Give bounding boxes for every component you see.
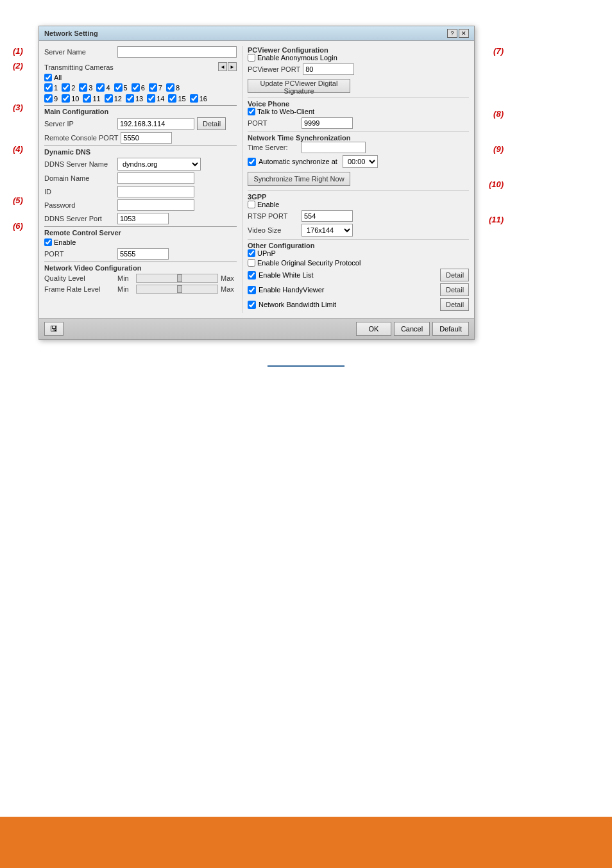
all-checkbox[interactable] [44,74,52,81]
cam9-cb[interactable] [44,94,53,103]
annotation-5: (5) [13,196,23,205]
time-server-row: Time Server: [248,142,469,153]
anonymous-login-checkbox[interactable] [248,54,255,62]
transmitting-header: Transmitting Cameras ◄ ► [44,60,237,74]
remote-console-input[interactable] [121,132,172,144]
ddns-port-input[interactable] [117,213,169,224]
password-input[interactable] [117,199,194,211]
pcviewer-config-label: PCViewer Configuration [248,46,328,54]
cam3-cb[interactable] [79,83,87,92]
update-signature-btn[interactable]: Update PCViewer Digital Signature [248,79,350,93]
auto-sync-row: Automatic synchronize at 00:00 [248,155,469,168]
main-config-detail-btn[interactable]: Detail [197,117,226,130]
ddns-server-select[interactable]: dyndns.org [117,158,201,171]
quality-max-label: Max [221,274,237,282]
id-input[interactable] [117,186,194,197]
server-name-input[interactable] [117,46,237,58]
upnp-checkbox[interactable] [248,249,255,257]
rcs-enable-checkbox[interactable] [44,238,52,246]
camera-14: 14 [147,94,164,103]
white-list-label: Enable White List [259,271,438,279]
voice-port-input[interactable] [302,117,353,129]
scroll-right-btn[interactable]: ► [228,62,237,71]
main-config-label: Main Configuration [44,108,108,115]
annotation-2: (2) [13,61,23,71]
cam16-cb[interactable] [190,94,198,103]
frame-rate-row: Frame Rate Level Min Max [44,285,237,294]
quality-level-row: Quality Level Min Max [44,274,237,283]
rcs-port-input[interactable] [117,248,169,260]
cam15-cb[interactable] [168,94,176,103]
video-size-select[interactable]: 176x144 [302,224,353,237]
cam11-cb[interactable] [83,94,91,103]
3gpp-enable-label: Enable [257,201,279,208]
transmitting-cameras-section: Transmitting Cameras ◄ ► All [44,60,237,103]
cam10-cb[interactable] [62,94,70,103]
close-button[interactable]: ✕ [459,29,469,38]
white-list-row: Enable White List Detail [248,269,469,281]
cam8-cb[interactable] [166,83,174,92]
rtsp-port-row: RTSP PORT [248,210,469,222]
domain-name-input[interactable] [117,172,194,184]
rtsp-port-label: RTSP PORT [248,212,299,220]
server-ip-row: Server IP Detail [44,117,237,130]
main-config-divider: Main Configuration [44,105,237,115]
help-button[interactable]: ? [447,29,457,38]
ok-btn[interactable]: OK [356,322,391,336]
cam4-cb[interactable] [96,83,105,92]
page-wrapper: (1) (2) (3) (4) (5) (6) (7) (8) (9) (10)… [0,0,612,868]
camera-12: 12 [105,94,122,103]
white-list-detail-btn[interactable]: Detail [440,269,469,281]
transmitting-label: Transmitting Cameras [44,63,114,71]
cam14-cb[interactable] [147,94,155,103]
3gpp-label: 3GPP [248,193,266,201]
bandwidth-limit-detail-btn[interactable]: Detail [440,298,469,311]
voice-phone-label: Voice Phone [248,100,289,108]
anonymous-login-label: Enable Anonymous Login [257,54,337,62]
cam5-cb[interactable] [114,83,123,92]
sync-now-btn[interactable]: Synchronize Time Right Now [248,172,350,186]
camera-15: 15 [168,94,185,103]
scroll-btns: ◄ ► [218,62,237,71]
3gpp-enable-checkbox[interactable] [248,201,255,208]
auto-sync-checkbox[interactable] [248,158,256,166]
framerate-min-label: Min [117,285,133,293]
cam12-cb[interactable] [105,94,113,103]
handy-viewer-detail-btn[interactable]: Detail [440,283,469,296]
footer-icon-btn[interactable]: 🖫 [44,322,64,336]
quality-level-label: Quality Level [44,274,115,282]
camera-4: 4 [96,83,110,92]
security-protocol-checkbox[interactable] [248,259,255,267]
video-size-row: Video Size 176x144 [248,224,469,237]
cam6-cb[interactable] [132,83,140,92]
talk-webclient-checkbox[interactable] [248,108,255,115]
bandwidth-limit-checkbox[interactable] [248,301,256,309]
cam7-cb[interactable] [149,83,157,92]
pcviewer-port-input[interactable] [303,63,354,75]
default-btn[interactable]: Default [432,322,469,336]
scroll-left-btn[interactable]: ◄ [218,62,227,71]
id-label: ID [44,188,115,196]
annotation-3: (3) [13,103,23,112]
right-panel: PCViewer Configuration Enable Anonymous … [242,46,469,313]
cancel-btn[interactable]: Cancel [394,322,430,336]
annotation-4: (4) [13,144,23,154]
auto-sync-time-select[interactable]: 00:00 [343,155,378,168]
cam13-cb[interactable] [126,94,134,103]
annotation-9: (9) [493,144,504,154]
cam2-cb[interactable] [62,83,70,92]
other-config-label: Other Configuration [248,242,315,249]
white-list-checkbox[interactable] [248,271,256,280]
cam1-cb[interactable] [44,83,53,92]
rtsp-port-input[interactable] [302,210,353,222]
security-protocol-row: Enable Original Security Protocol [248,259,469,267]
server-ip-input[interactable] [117,118,194,129]
camera-6: 6 [132,83,145,92]
remote-console-label: Remote Console PORT [44,134,118,142]
time-server-input[interactable] [302,142,366,153]
talk-webclient-label: Talk to Web-Client [257,108,314,115]
framerate-slider[interactable] [136,285,218,294]
handy-viewer-checkbox[interactable] [248,286,256,294]
quality-slider[interactable] [136,274,218,283]
remote-control-section: Remote Control Server Enable PORT [44,226,237,260]
